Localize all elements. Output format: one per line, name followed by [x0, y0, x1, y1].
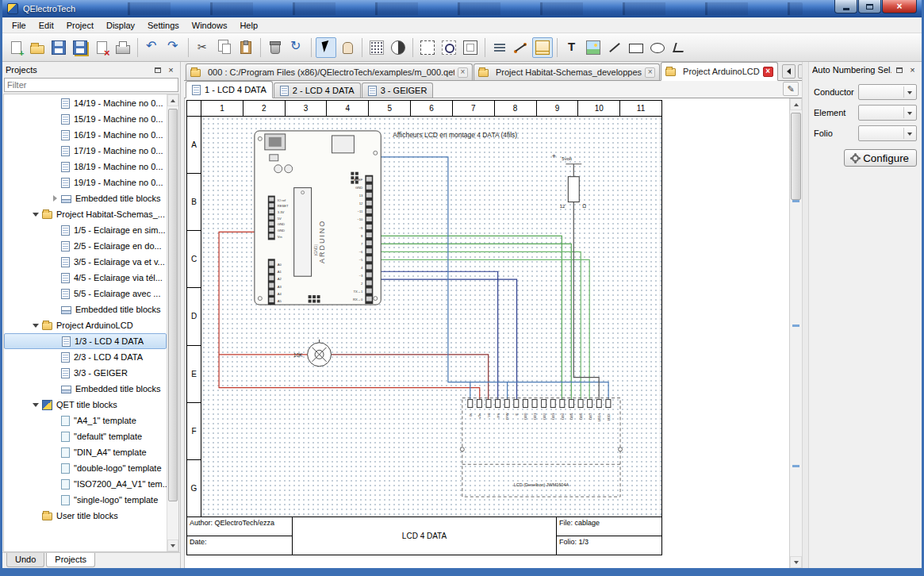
canvas-scrollbar[interactable] — [789, 98, 802, 568]
tree-item[interactable]: 16/19 - Machine no 0... — [4, 127, 167, 143]
canvas-scroll-down[interactable] — [790, 556, 802, 568]
edit-diagram-button[interactable]: ✎ — [783, 82, 799, 96]
drawing-area[interactable]: Afficheurs LCD en montage 4 DATA (4fils) — [201, 117, 661, 516]
copy-button[interactable] — [214, 37, 235, 58]
cut-button[interactable] — [193, 37, 213, 58]
zoom-fit-button[interactable] — [460, 37, 481, 58]
pan-button[interactable] — [337, 37, 358, 58]
open-project-button[interactable] — [27, 37, 48, 58]
grid-button[interactable] — [366, 37, 387, 58]
tree-expanded-arrow-icon[interactable] — [33, 211, 40, 218]
resistor[interactable] — [568, 177, 579, 202]
tree-item[interactable]: Embedded title blocks — [4, 381, 167, 397]
tree-item[interactable]: "single-logo" template — [4, 492, 167, 508]
tree-scrollbar[interactable] — [167, 94, 178, 551]
tree-item[interactable]: 19/19 - Machine no 0... — [4, 175, 167, 190]
wire-db6[interactable] — [373, 252, 581, 399]
tree-item[interactable]: "default" template — [4, 428, 167, 444]
diagram-viewport[interactable]: 1234567891011 ABCDEFG Afficheurs LCD en … — [184, 98, 789, 568]
conductor-button[interactable] — [511, 37, 531, 58]
diagram-tab[interactable]: 2 - LCD 4 DATA — [274, 83, 361, 98]
print-button[interactable] — [113, 37, 133, 58]
menu-help[interactable]: Help — [233, 19, 264, 32]
maximize-button[interactable] — [858, 0, 881, 13]
auto-numbering-close-button[interactable]: × — [907, 64, 918, 76]
tree-item[interactable]: QET title blocks — [4, 397, 167, 413]
add-image-button[interactable] — [583, 37, 604, 58]
undo-button[interactable] — [142, 37, 163, 58]
tree-item[interactable]: "ISO7200_A4_V1" tem... — [4, 476, 167, 492]
projects-panel-float-button[interactable] — [151, 64, 163, 76]
menu-file[interactable]: File — [6, 19, 33, 32]
power-supply[interactable]: + 5volt 12 Ω — [551, 152, 586, 209]
canvas-scroll-up[interactable] — [790, 98, 802, 110]
tree-item[interactable]: 2/3 - LCD 4 DATA — [4, 349, 167, 365]
potentiometer[interactable]: 10K — [293, 340, 331, 367]
auto-numbering-float-button[interactable] — [893, 64, 905, 76]
select-button[interactable] — [316, 37, 336, 58]
document-tab[interactable]: 000 : C:/Program Files (x86)/QElectroTec… — [186, 63, 473, 80]
tree-item[interactable]: 18/19 - Machine no 0... — [4, 159, 167, 175]
lcd-connector[interactable]: LCD (Denelbon) JWM1604A 0v+5vV0RSR/WEDB0… — [460, 398, 622, 497]
scroll-tabs-left-button[interactable] — [782, 64, 796, 79]
tree-item[interactable]: 1/5 - Eclairage en sim... — [4, 222, 167, 238]
tree-expanded-arrow-icon[interactable] — [33, 401, 40, 409]
title-block[interactable]: Author: QElectroTech/ezza Date: LCD 4 DA… — [187, 516, 661, 555]
wire-db7[interactable] — [373, 259, 589, 399]
canvas-scroll-thumb[interactable] — [791, 113, 801, 200]
tree-item[interactable]: Project ArduinoLCD — [4, 317, 167, 333]
menu-edit[interactable]: Edit — [33, 19, 60, 32]
rotate-button[interactable] — [286, 37, 307, 58]
menu-windows[interactable]: Windows — [186, 19, 234, 32]
document-tab[interactable]: Project Habitat-Schemas_developpes× — [474, 63, 660, 80]
minimize-button[interactable] — [834, 0, 857, 13]
right-splitter[interactable] — [802, 62, 809, 568]
close-file-button[interactable] — [91, 37, 112, 58]
menu-settings[interactable]: Settings — [141, 19, 186, 32]
add-polyline-button[interactable] — [669, 37, 689, 58]
tree-item[interactable]: 17/19 - Machine no 0... — [4, 143, 167, 159]
tree-item[interactable]: 3/3 - GEIGER — [4, 365, 167, 381]
close-tab-icon[interactable]: × — [458, 67, 468, 78]
add-line-button[interactable] — [604, 37, 625, 58]
scroll-thumb[interactable] — [168, 109, 178, 501]
title-bar[interactable]: QElectroTech × — [2, 0, 922, 17]
wire-db5[interactable] — [373, 244, 571, 399]
tree-item[interactable]: 1/3 - LCD 4 DATA — [4, 333, 167, 349]
folio-combobox[interactable] — [858, 125, 917, 141]
tree-item[interactable]: "A4_1" template — [4, 413, 167, 428]
add-ellipse-button[interactable] — [647, 37, 668, 58]
mask-button[interactable] — [388, 37, 408, 58]
tree-item[interactable]: 15/19 - Machine no 0... — [4, 111, 167, 127]
tree-item[interactable]: User title blocks — [4, 508, 167, 524]
wire-rs[interactable] — [373, 271, 497, 399]
paste-button[interactable] — [236, 37, 256, 58]
list-button[interactable] — [489, 37, 510, 58]
scroll-up-button[interactable] — [167, 94, 178, 106]
element-combobox[interactable] — [858, 105, 917, 121]
conductor-combobox[interactable] — [858, 84, 917, 100]
delete-button[interactable] — [265, 37, 286, 58]
save-button[interactable] — [48, 37, 69, 58]
close-tab-icon[interactable]: × — [645, 67, 655, 78]
tree-expanded-arrow-icon[interactable] — [33, 322, 40, 329]
wire-db4[interactable] — [373, 236, 562, 399]
tree-item[interactable]: "double-logo" template — [4, 460, 167, 476]
tree-item[interactable]: 5/5 - Eclairage avec ... — [4, 286, 167, 301]
dock-tab-undo[interactable]: Undo — [6, 553, 44, 567]
tree-collapsed-arrow-icon[interactable] — [52, 195, 59, 202]
tree-item[interactable]: "DIN_A4" template — [4, 444, 167, 460]
scroll-down-button[interactable] — [167, 540, 178, 551]
tree-item[interactable]: Embedded title blocks — [4, 301, 167, 317]
tree-item[interactable]: Embedded title blocks — [4, 190, 167, 206]
close-button[interactable]: × — [882, 0, 917, 13]
arduino-board[interactable]: ARDUINO (GND) AREFGND1312~11~10~987~6~54… — [255, 131, 381, 305]
diagram-annotation[interactable]: Afficheurs LCD en montage 4 DATA (4fils) — [393, 131, 517, 139]
diagram-tab[interactable]: 1 - LCD 4 DATA — [186, 81, 273, 98]
tree-item[interactable]: 3/5 - Eclairage va et v... — [4, 254, 167, 270]
add-rectangle-button[interactable] — [626, 37, 646, 58]
redo-button[interactable] — [163, 37, 184, 58]
dock-tab-projects[interactable]: Projects — [46, 553, 95, 567]
diagram-tab[interactable]: 3 - GEIGER — [362, 83, 434, 98]
tree-item[interactable]: 2/5 - Eclairage en do... — [4, 238, 167, 254]
